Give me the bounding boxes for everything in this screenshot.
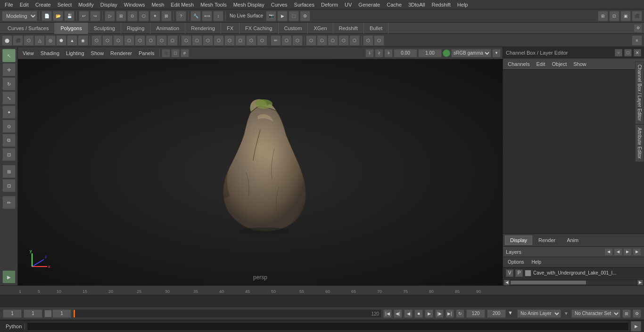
- shelf-pen[interactable]: ✏: [271, 35, 281, 46]
- tab-custom[interactable]: Custom: [279, 23, 308, 34]
- move-tool-btn[interactable]: ✛: [2, 63, 16, 76]
- tab-render[interactable]: Render: [533, 235, 561, 245]
- shelf-separate[interactable]: ⬡: [102, 35, 113, 46]
- menu-3dtool[interactable]: 3DtoAll: [405, 1, 428, 8]
- goto-start-btn[interactable]: |◀: [383, 309, 392, 318]
- menu-modify[interactable]: Modify: [75, 1, 96, 8]
- snap-grid-btn[interactable]: ⊠: [161, 11, 172, 21]
- tab-fx-caching[interactable]: FX Caching: [239, 23, 278, 34]
- rotate-tool-btn[interactable]: ↻: [2, 77, 16, 90]
- shelf-mirror[interactable]: ⬡: [135, 35, 145, 46]
- shelf-misc2[interactable]: ⬡: [374, 35, 384, 46]
- timeline-ruler[interactable]: 1 5 10 15 20 25 30 35 40 45 50 55 60 65 …: [0, 286, 644, 295]
- shelf-bevel[interactable]: ⬡: [203, 35, 213, 46]
- layer-btn2[interactable]: ◀: [614, 248, 622, 256]
- shelf-cube[interactable]: ⬛: [13, 35, 23, 46]
- shelf-uv4[interactable]: ⬡: [339, 35, 349, 46]
- tab-fx[interactable]: FX: [221, 23, 239, 34]
- shelf-sphere[interactable]: ⬤: [2, 35, 12, 46]
- shelf-uv1[interactable]: ⬡: [306, 35, 316, 46]
- tab-redshift[interactable]: Redshift: [333, 23, 364, 34]
- menu-curves[interactable]: Curves: [268, 1, 290, 8]
- renderer-menu[interactable]: Renderer: [107, 49, 135, 57]
- undo-btn[interactable]: ↩: [79, 11, 89, 21]
- goto-end-btn[interactable]: ▶|: [446, 309, 454, 318]
- menu-create[interactable]: Create: [33, 1, 54, 8]
- render-btn[interactable]: ▶: [277, 11, 288, 21]
- shelf-combine[interactable]: ⬡: [91, 35, 102, 46]
- tab-polygons[interactable]: Polygons: [55, 23, 88, 34]
- panels-menu[interactable]: Panels: [136, 49, 157, 57]
- snap-grid-btn2[interactable]: ⊡: [2, 179, 16, 192]
- shelf-cylinder[interactable]: ⬡: [24, 35, 34, 46]
- char-set-btn1[interactable]: ⊞: [622, 309, 631, 318]
- tab-settings-btn[interactable]: ⚙: [634, 24, 642, 32]
- max-frame-field[interactable]: [487, 309, 506, 318]
- shelf-connect[interactable]: ⬡: [281, 35, 292, 46]
- save-scene-btn[interactable]: 💾: [64, 11, 74, 21]
- menu-cache[interactable]: Cache: [384, 1, 405, 8]
- shelf-pyramid[interactable]: ▲: [67, 35, 77, 46]
- render-view-btn[interactable]: ▶: [2, 270, 16, 283]
- display-ctrl1[interactable]: ⊞: [598, 11, 608, 21]
- vp-display3[interactable]: 3: [384, 49, 393, 57]
- python-input[interactable]: [27, 322, 629, 331]
- vp-display1[interactable]: 1: [365, 49, 374, 57]
- show-manip-btn[interactable]: ⧉: [2, 134, 16, 147]
- shelf-crease[interactable]: ⬡: [214, 35, 224, 46]
- vp-grid-btn[interactable]: #: [181, 49, 189, 57]
- shelf-loop[interactable]: ⬡: [224, 35, 235, 46]
- viewport-canvas[interactable]: z x y persp: [18, 59, 503, 285]
- transform-btn[interactable]: ✦: [150, 11, 160, 21]
- layer-btn1[interactable]: ◀: [604, 248, 613, 256]
- shelf-quad[interactable]: ⬡: [246, 35, 256, 46]
- vp-cs-btn[interactable]: ▼: [492, 49, 501, 57]
- shelf-smooth[interactable]: ⬡: [146, 35, 156, 46]
- panel-min-btn[interactable]: −: [615, 49, 622, 57]
- menu-generate[interactable]: Generate: [355, 1, 383, 8]
- select-tool-btn[interactable]: ↖: [2, 49, 16, 62]
- object-menu[interactable]: Object: [549, 60, 570, 68]
- shelf-misc1[interactable]: ⬡: [363, 35, 373, 46]
- shelf-pipe[interactable]: ◉: [78, 35, 88, 46]
- display-ctrl4[interactable]: ⬛: [632, 11, 642, 21]
- view-menu[interactable]: View: [20, 49, 37, 57]
- shelf-retopo[interactable]: ⬡: [167, 35, 178, 46]
- colorspace-select[interactable]: sRGB gamma: [451, 49, 491, 57]
- menu-mesh-tools[interactable]: Mesh Tools: [198, 1, 229, 8]
- timeline-scrubber[interactable]: 120: [73, 309, 381, 318]
- menu-edit[interactable]: Edit: [17, 1, 32, 8]
- tab-xgen[interactable]: XGen: [308, 23, 333, 34]
- layer-pickable-btn[interactable]: P: [515, 269, 523, 277]
- scroll-left-btn[interactable]: ◀: [504, 280, 510, 285]
- new-scene-btn[interactable]: 📄: [41, 11, 52, 21]
- shelf-torus[interactable]: ◎: [45, 35, 56, 46]
- paint-effects-btn[interactable]: ✏: [2, 196, 16, 209]
- tab-bullet[interactable]: Bullet: [364, 23, 389, 34]
- shelf-end-btn[interactable]: ≡: [632, 35, 642, 46]
- tab-anim[interactable]: Anim: [561, 235, 584, 245]
- tab-curves-surfaces[interactable]: Curves / Surfaces: [2, 23, 55, 34]
- menu-edit-mesh[interactable]: Edit Mesh: [168, 1, 197, 8]
- shelf-offset[interactable]: ⬡: [235, 35, 246, 46]
- scroll-track[interactable]: [511, 281, 636, 284]
- tab-animation[interactable]: Animation: [150, 23, 185, 34]
- vp-display2[interactable]: 2: [375, 49, 383, 57]
- sym-btn[interactable]: ⟺: [202, 11, 212, 21]
- scroll-right-btn[interactable]: ▶: [637, 280, 643, 285]
- soft-select-btn[interactable]: 🔧: [190, 11, 201, 21]
- current-frame-field[interactable]: [3, 309, 22, 318]
- snap-pts-btn[interactable]: ⊞: [2, 165, 16, 178]
- tab-rendering[interactable]: Rendering: [185, 23, 221, 34]
- layer-btn3[interactable]: ▶: [623, 248, 632, 256]
- loop-btn[interactable]: ↻: [456, 309, 464, 318]
- edit-menu[interactable]: Edit: [533, 60, 548, 68]
- stop-btn[interactable]: ■: [414, 309, 423, 318]
- rel-btn[interactable]: ↕: [213, 11, 223, 21]
- channel-box-side-tab[interactable]: Channel Box / Layer Editor: [635, 61, 644, 124]
- shelf-cone[interactable]: △: [34, 35, 45, 46]
- shelf-uv2[interactable]: ⬡: [317, 35, 327, 46]
- display-ctrl3[interactable]: ▣: [620, 11, 631, 21]
- redo-btn[interactable]: ↪: [90, 11, 100, 21]
- universal-tool-btn[interactable]: ✦: [2, 105, 16, 119]
